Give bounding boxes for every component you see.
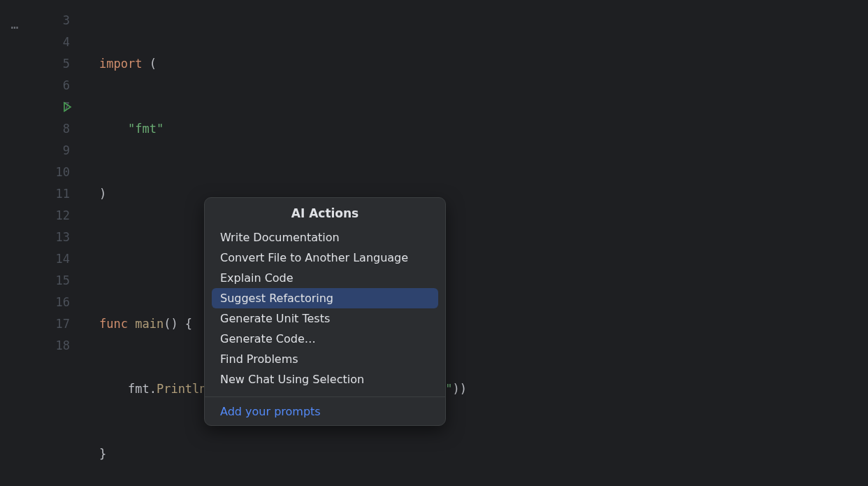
popup-items: Write Documentation Convert File to Anot…	[205, 227, 445, 396]
line-number: 8	[31, 118, 70, 140]
code-line[interactable]: fmt.Println(ReverseString( s: "Hello, Wo…	[80, 378, 868, 400]
ai-action-write-documentation[interactable]: Write Documentation	[212, 227, 438, 248]
ai-action-convert-file[interactable]: Convert File to Another Language	[212, 248, 438, 268]
code-line[interactable]: func main() {	[80, 313, 868, 335]
line-number: 18	[31, 335, 70, 357]
run-icon[interactable]	[62, 101, 73, 115]
code-area[interactable]: import ( "fmt" ) func main() { fmt.Print…	[80, 0, 868, 486]
popup-footer: Add your prompts	[205, 396, 445, 425]
line-number-gutter: 3 4 5 6 7 8 9 10 11 12 13 14 15 16 17 18	[31, 0, 80, 486]
more-icon[interactable]: …	[11, 17, 20, 31]
code-line[interactable]: "fmt"	[80, 118, 868, 140]
popup-title: AI Actions	[205, 198, 445, 227]
line-number: 14	[31, 248, 70, 270]
line-number: 3	[31, 10, 70, 31]
ai-action-suggest-refactoring[interactable]: Suggest Refactoring	[212, 288, 438, 308]
line-number: 9	[31, 140, 70, 162]
code-line[interactable]	[80, 248, 868, 270]
line-number: 15	[31, 270, 70, 292]
ai-action-generate-code[interactable]: Generate Code…	[212, 329, 438, 349]
left-gutter: …	[0, 0, 31, 486]
add-prompts-link[interactable]: Add your prompts	[220, 405, 321, 418]
ai-action-explain-code[interactable]: Explain Code	[212, 268, 438, 288]
ai-action-generate-unit-tests[interactable]: Generate Unit Tests	[212, 308, 438, 329]
line-number: 6	[31, 75, 70, 97]
line-number: 4	[31, 31, 70, 53]
ai-actions-popup: AI Actions Write Documentation Convert F…	[204, 197, 446, 426]
line-number: 11	[31, 183, 70, 205]
code-line[interactable]: import (	[80, 53, 868, 75]
line-number: 12	[31, 205, 70, 227]
line-number: 13	[31, 227, 70, 248]
code-line[interactable]: }	[80, 443, 868, 465]
line-number: 16	[31, 292, 70, 313]
code-line[interactable]: )	[80, 183, 868, 205]
line-number: 5	[31, 53, 70, 75]
line-number: 17	[31, 313, 70, 335]
ai-action-new-chat[interactable]: New Chat Using Selection	[212, 369, 438, 389]
line-number: 10	[31, 162, 70, 183]
ai-action-find-problems[interactable]: Find Problems	[212, 349, 438, 369]
